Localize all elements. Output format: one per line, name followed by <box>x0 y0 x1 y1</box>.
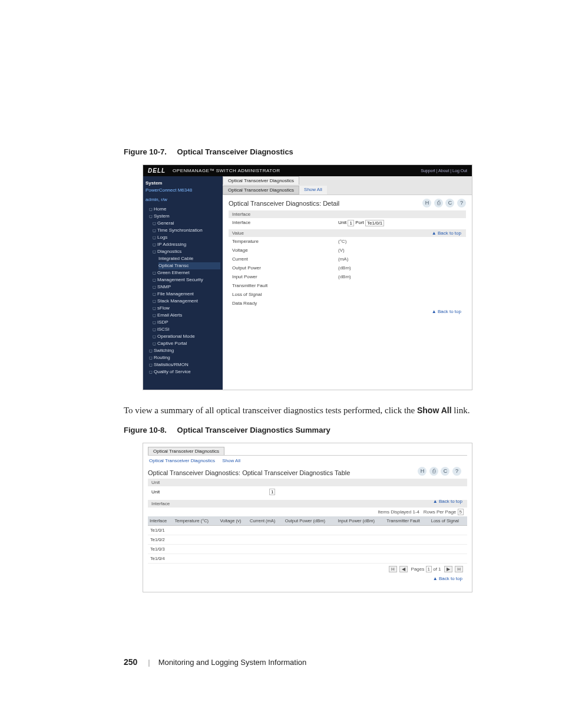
nav-general[interactable]: General <box>153 220 220 227</box>
nav-stack-mgmt[interactable]: Stack Management <box>153 298 220 305</box>
temp-unit: (°C) <box>338 239 346 244</box>
ss2-subtab-showall[interactable]: Show All <box>222 458 240 463</box>
section-interface-h: Interface <box>229 210 466 218</box>
port-label: Port <box>355 220 364 226</box>
print-icon[interactable]: ⎙ <box>429 467 438 476</box>
los-label: Loss of Signal <box>232 292 338 297</box>
ss2-body: Optical Transceiver Diagnostics Optical … <box>143 443 472 592</box>
outpwr-label: Output Power <box>232 265 338 271</box>
cell-iface: Te1/0/4 <box>148 554 173 564</box>
nav-system-title: System <box>146 180 220 187</box>
nav-home[interactable]: Home <box>149 206 220 213</box>
table-row: Te1/0/3 <box>148 545 467 554</box>
table-row: Te1/0/4 <box>148 554 467 564</box>
subtab-main[interactable]: Optical Transceiver Diagnostics <box>223 186 299 195</box>
pager-page-input[interactable]: 1 <box>426 566 432 572</box>
help-icon[interactable]: ? <box>457 199 466 207</box>
tab-area: Optical Transceiver Diagnostics Optical … <box>223 176 472 195</box>
nav-diagnostics[interactable]: Diagnostics <box>153 248 220 255</box>
th-temp[interactable]: Temperature (°C) <box>173 516 219 526</box>
ss2-unit-select[interactable]: 1 <box>269 489 275 495</box>
nav-ip[interactable]: IP Addressing <box>153 241 220 248</box>
th-voltage[interactable]: Voltage (v) <box>218 516 248 526</box>
diagnostics-table: Interface Temperature (°C) Voltage (v) C… <box>148 516 467 564</box>
nav-user: admin, r/w <box>146 196 220 203</box>
nav-switching[interactable]: Switching <box>149 347 220 354</box>
ss2-subtab-main[interactable]: Optical Transceiver Diagnostics <box>149 458 215 463</box>
cell-iface: Te1/0/3 <box>148 545 173 554</box>
unit-label: Unit <box>338 220 346 226</box>
fig1-title: Optical Transceiver Diagnostics <box>177 147 293 156</box>
ss2-tab[interactable]: Optical Transceiver Diagnostics <box>148 447 224 455</box>
nav-sflow[interactable]: sFlow <box>153 305 220 312</box>
nav-logs[interactable]: Logs <box>153 234 220 241</box>
help-icon[interactable]: ? <box>452 467 461 476</box>
th-inpwr[interactable]: Input Power (dBm) <box>336 516 385 526</box>
th-interface[interactable]: Interface <box>148 516 173 526</box>
tab-primary[interactable]: Optical Transceiver Diagnostics <box>223 176 299 185</box>
nav-routing[interactable]: Routing <box>149 354 220 361</box>
current-unit: (mA) <box>338 256 348 262</box>
inpwr-label: Input Power <box>232 274 338 279</box>
back-to-top-1[interactable]: ▲ Back to top <box>432 230 461 236</box>
th-los[interactable]: Loss of Signal <box>429 516 467 526</box>
app-body: System PowerConnect M6348 admin, r/w Hom… <box>143 176 472 390</box>
interface-row: Interface Unit 1 Port Te1/0/1 <box>229 218 466 228</box>
th-txfault[interactable]: Transmitter Fault <box>385 516 429 526</box>
section-interface: Interface Interface Unit 1 Port Te1/0/1 <box>229 210 466 228</box>
subtab-show-all[interactable]: Show All <box>299 186 327 195</box>
pager-prev-icon[interactable]: ◀ <box>399 566 408 572</box>
unit-select[interactable]: 1 <box>348 220 353 226</box>
screenshot-detail: DELL OPENMANAGE™ SWITCH ADMINISTRATOR Su… <box>143 164 472 390</box>
ss2-back-2[interactable]: ▲ Back to top <box>433 576 462 581</box>
th-current[interactable]: Current (mA) <box>248 516 283 526</box>
nav-opmode[interactable]: Operational Mode <box>153 333 220 340</box>
figure-10-8-caption: Figure 10-8. Optical Transceiver Diagnos… <box>124 426 491 434</box>
save-icon[interactable]: H <box>422 199 431 207</box>
pager-of: of 1 <box>433 566 441 572</box>
nav-green-eth[interactable]: Green Ethernet <box>153 269 220 276</box>
app-topbar: DELL OPENMANAGE™ SWITCH ADMINISTRATOR Su… <box>143 165 472 176</box>
page-body: Figure 10-7. Optical Transceiver Diagnos… <box>0 0 562 714</box>
nav-snmp[interactable]: SNMP <box>153 284 220 291</box>
nav-device: PowerConnect M6348 <box>146 187 220 194</box>
ss2-icon-bar: H ⎙ C ? <box>416 467 461 476</box>
nav-tree: System PowerConnect M6348 admin, r/w Hom… <box>143 176 223 390</box>
brand-logo: DELL <box>148 167 166 174</box>
temp-label: Temperature <box>232 239 338 244</box>
pager-first-icon[interactable]: H <box>389 566 397 572</box>
save-icon[interactable]: H <box>418 467 427 476</box>
body-paragraph: To view a summary of all optical transce… <box>124 404 491 416</box>
ss2-unit-row: Unit 1 <box>148 486 467 498</box>
voltage-unit: (V) <box>338 248 345 253</box>
nav-file-mgmt[interactable]: File Management <box>153 291 220 298</box>
table-row: Te1/0/2 <box>148 535 467 545</box>
nav-qos[interactable]: Quality of Service <box>149 368 220 375</box>
nav-captive[interactable]: Captive Portal <box>153 340 220 347</box>
pager-next-icon[interactable]: ▶ <box>444 566 452 572</box>
top-links[interactable]: Support | About | Log Out <box>421 169 467 173</box>
pager-last-icon[interactable]: H <box>455 566 463 572</box>
page-footer: 250 | Monitoring and Logging System Info… <box>124 657 491 667</box>
nav-email[interactable]: Email Alerts <box>153 312 220 319</box>
back-to-top-2[interactable]: ▲ Back to top <box>432 309 461 314</box>
nav-optical-transc[interactable]: Optical Transc <box>158 262 220 269</box>
fig2-number: Figure 10-8. <box>124 426 167 434</box>
port-select[interactable]: Te1/0/1 <box>365 220 384 226</box>
refresh-icon[interactable]: C <box>445 199 454 207</box>
cell-iface: Te1/0/1 <box>148 526 173 535</box>
interface-label: Interface <box>232 220 338 226</box>
nav-stats[interactable]: Statistics/RMON <box>149 361 220 368</box>
ss2-back-1[interactable]: ▲ Back to top <box>433 499 462 504</box>
pager-pages-label: Pages <box>411 566 425 572</box>
nav-integrated-cable[interactable]: Integrated Cable <box>158 255 220 262</box>
print-icon[interactable]: ⎙ <box>434 199 443 207</box>
nav-iscsi[interactable]: iSCSI <box>153 326 220 333</box>
nav-time-sync[interactable]: Time Synchronization <box>153 227 220 234</box>
nav-system[interactable]: System <box>149 213 220 220</box>
nav-isdp[interactable]: ISDP <box>153 319 220 326</box>
refresh-icon[interactable]: C <box>441 467 449 476</box>
th-outpwr[interactable]: Output Power (dBm) <box>283 516 336 526</box>
ss2-rows-select[interactable]: 5 <box>458 509 464 515</box>
nav-mgmt-sec[interactable]: Management Security <box>153 276 220 284</box>
